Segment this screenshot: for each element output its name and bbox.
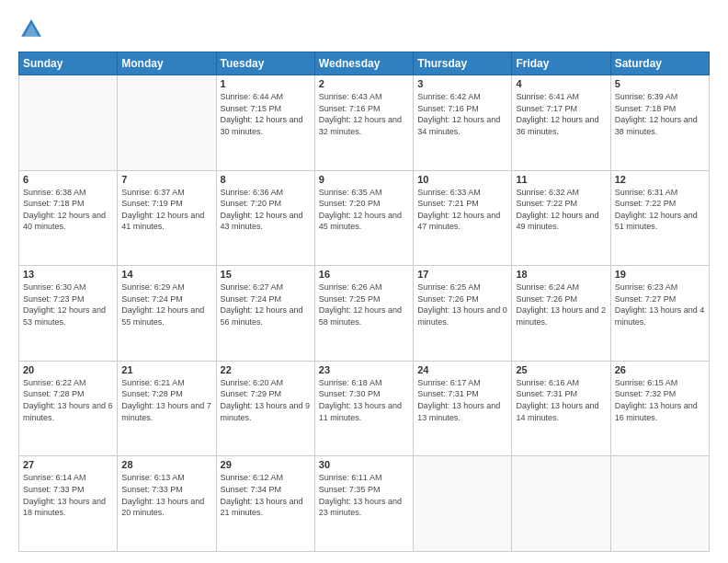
calendar-cell: 20Sunrise: 6:22 AM Sunset: 7:28 PM Dayli…	[19, 361, 118, 456]
day-info: Sunrise: 6:43 AM Sunset: 7:16 PM Dayligh…	[319, 91, 409, 137]
day-number: 13	[23, 269, 113, 280]
day-number: 26	[615, 364, 705, 375]
day-number: 28	[121, 459, 211, 470]
weekday-header-wednesday: Wednesday	[314, 52, 413, 75]
day-info: Sunrise: 6:44 AM Sunset: 7:15 PM Dayligh…	[221, 91, 311, 137]
calendar-cell: 25Sunrise: 6:16 AM Sunset: 7:31 PM Dayli…	[512, 361, 610, 456]
day-number: 4	[516, 78, 606, 89]
calendar-cell: 17Sunrise: 6:25 AM Sunset: 7:26 PM Dayli…	[414, 266, 512, 362]
calendar-cell: 21Sunrise: 6:21 AM Sunset: 7:28 PM Dayli…	[118, 361, 216, 456]
calendar-week-3: 13Sunrise: 6:30 AM Sunset: 7:23 PM Dayli…	[19, 266, 710, 362]
day-info: Sunrise: 6:18 AM Sunset: 7:30 PM Dayligh…	[319, 377, 409, 423]
logo	[18, 17, 48, 42]
day-number: 27	[23, 459, 113, 470]
calendar-cell: 7Sunrise: 6:37 AM Sunset: 7:19 PM Daylig…	[118, 170, 216, 266]
day-number: 24	[417, 364, 507, 375]
day-info: Sunrise: 6:11 AM Sunset: 7:35 PM Dayligh…	[319, 472, 409, 518]
day-number: 15	[221, 269, 311, 280]
day-info: Sunrise: 6:12 AM Sunset: 7:34 PM Dayligh…	[221, 472, 311, 518]
day-info: Sunrise: 6:32 AM Sunset: 7:22 PM Dayligh…	[516, 187, 606, 233]
calendar-cell	[610, 456, 709, 552]
day-number: 5	[615, 78, 705, 89]
day-number: 8	[221, 174, 311, 185]
weekday-header-saturday: Saturday	[610, 52, 709, 75]
day-number: 22	[221, 364, 311, 375]
day-info: Sunrise: 6:26 AM Sunset: 7:25 PM Dayligh…	[319, 282, 409, 327]
calendar-cell: 29Sunrise: 6:12 AM Sunset: 7:34 PM Dayli…	[216, 456, 314, 552]
day-info: Sunrise: 6:38 AM Sunset: 7:18 PM Dayligh…	[23, 187, 113, 233]
calendar-cell: 24Sunrise: 6:17 AM Sunset: 7:31 PM Dayli…	[414, 361, 512, 456]
day-number: 3	[417, 78, 507, 89]
day-info: Sunrise: 6:29 AM Sunset: 7:24 PM Dayligh…	[121, 282, 211, 327]
day-number: 11	[516, 174, 606, 185]
calendar-cell: 11Sunrise: 6:32 AM Sunset: 7:22 PM Dayli…	[512, 170, 610, 266]
day-number: 16	[319, 269, 409, 280]
calendar-cell: 22Sunrise: 6:20 AM Sunset: 7:29 PM Dayli…	[216, 361, 314, 456]
day-info: Sunrise: 6:15 AM Sunset: 7:32 PM Dayligh…	[615, 377, 705, 423]
calendar-cell	[118, 75, 216, 171]
calendar-cell: 12Sunrise: 6:31 AM Sunset: 7:22 PM Dayli…	[610, 170, 709, 266]
day-info: Sunrise: 6:36 AM Sunset: 7:20 PM Dayligh…	[221, 187, 311, 233]
calendar-cell	[414, 456, 512, 552]
day-info: Sunrise: 6:24 AM Sunset: 7:26 PM Dayligh…	[516, 282, 606, 327]
calendar-week-5: 27Sunrise: 6:14 AM Sunset: 7:33 PM Dayli…	[19, 456, 710, 552]
day-number: 6	[23, 174, 113, 185]
calendar-cell: 26Sunrise: 6:15 AM Sunset: 7:32 PM Dayli…	[610, 361, 709, 456]
calendar-cell: 3Sunrise: 6:42 AM Sunset: 7:16 PM Daylig…	[414, 75, 512, 171]
day-info: Sunrise: 6:30 AM Sunset: 7:23 PM Dayligh…	[23, 282, 113, 327]
calendar-cell: 10Sunrise: 6:33 AM Sunset: 7:21 PM Dayli…	[414, 170, 512, 266]
calendar-week-2: 6Sunrise: 6:38 AM Sunset: 7:18 PM Daylig…	[19, 170, 710, 266]
calendar-cell: 28Sunrise: 6:13 AM Sunset: 7:33 PM Dayli…	[118, 456, 216, 552]
day-number: 21	[121, 364, 211, 375]
calendar-cell: 19Sunrise: 6:23 AM Sunset: 7:27 PM Dayli…	[610, 266, 709, 362]
day-number: 14	[121, 269, 211, 280]
day-info: Sunrise: 6:39 AM Sunset: 7:18 PM Dayligh…	[615, 91, 705, 137]
day-number: 1	[221, 78, 311, 89]
calendar-week-4: 20Sunrise: 6:22 AM Sunset: 7:28 PM Dayli…	[19, 361, 710, 456]
weekday-header-thursday: Thursday	[414, 52, 512, 75]
day-info: Sunrise: 6:22 AM Sunset: 7:28 PM Dayligh…	[23, 377, 113, 423]
weekday-header-tuesday: Tuesday	[216, 52, 314, 75]
calendar-cell: 16Sunrise: 6:26 AM Sunset: 7:25 PM Dayli…	[314, 266, 413, 362]
calendar-cell: 2Sunrise: 6:43 AM Sunset: 7:16 PM Daylig…	[314, 75, 413, 171]
day-number: 18	[516, 269, 606, 280]
weekday-header-monday: Monday	[118, 52, 216, 75]
day-number: 19	[615, 269, 705, 280]
day-number: 30	[319, 459, 409, 470]
day-info: Sunrise: 6:42 AM Sunset: 7:16 PM Dayligh…	[417, 91, 507, 137]
day-info: Sunrise: 6:17 AM Sunset: 7:31 PM Dayligh…	[417, 377, 507, 423]
day-info: Sunrise: 6:27 AM Sunset: 7:24 PM Dayligh…	[221, 282, 311, 327]
calendar-cell	[19, 75, 118, 171]
calendar-cell: 1Sunrise: 6:44 AM Sunset: 7:15 PM Daylig…	[216, 75, 314, 171]
day-info: Sunrise: 6:23 AM Sunset: 7:27 PM Dayligh…	[615, 282, 705, 327]
day-number: 25	[516, 364, 606, 375]
calendar-cell: 13Sunrise: 6:30 AM Sunset: 7:23 PM Dayli…	[19, 266, 118, 362]
page: SundayMondayTuesdayWednesdayThursdayFrid…	[0, 0, 728, 563]
day-number: 2	[319, 78, 409, 89]
weekday-header-friday: Friday	[512, 52, 610, 75]
day-info: Sunrise: 6:41 AM Sunset: 7:17 PM Dayligh…	[516, 91, 606, 137]
logo-icon	[18, 17, 44, 42]
calendar-cell: 4Sunrise: 6:41 AM Sunset: 7:17 PM Daylig…	[512, 75, 610, 171]
calendar-table: SundayMondayTuesdayWednesdayThursdayFrid…	[18, 52, 710, 552]
day-number: 29	[221, 459, 311, 470]
day-number: 23	[319, 364, 409, 375]
day-number: 9	[319, 174, 409, 185]
calendar-cell	[512, 456, 610, 552]
day-info: Sunrise: 6:20 AM Sunset: 7:29 PM Dayligh…	[221, 377, 311, 423]
day-info: Sunrise: 6:21 AM Sunset: 7:28 PM Dayligh…	[121, 377, 211, 423]
calendar-week-1: 1Sunrise: 6:44 AM Sunset: 7:15 PM Daylig…	[19, 75, 710, 171]
day-info: Sunrise: 6:37 AM Sunset: 7:19 PM Dayligh…	[121, 187, 211, 233]
day-info: Sunrise: 6:31 AM Sunset: 7:22 PM Dayligh…	[615, 187, 705, 233]
weekday-header-row: SundayMondayTuesdayWednesdayThursdayFrid…	[19, 52, 710, 75]
calendar-cell: 6Sunrise: 6:38 AM Sunset: 7:18 PM Daylig…	[19, 170, 118, 266]
day-info: Sunrise: 6:33 AM Sunset: 7:21 PM Dayligh…	[417, 187, 507, 233]
day-info: Sunrise: 6:16 AM Sunset: 7:31 PM Dayligh…	[516, 377, 606, 423]
calendar-cell: 5Sunrise: 6:39 AM Sunset: 7:18 PM Daylig…	[610, 75, 709, 171]
day-number: 10	[417, 174, 507, 185]
calendar-cell: 14Sunrise: 6:29 AM Sunset: 7:24 PM Dayli…	[118, 266, 216, 362]
header	[18, 17, 710, 42]
calendar-cell: 9Sunrise: 6:35 AM Sunset: 7:20 PM Daylig…	[314, 170, 413, 266]
calendar-cell: 27Sunrise: 6:14 AM Sunset: 7:33 PM Dayli…	[19, 456, 118, 552]
day-number: 7	[121, 174, 211, 185]
